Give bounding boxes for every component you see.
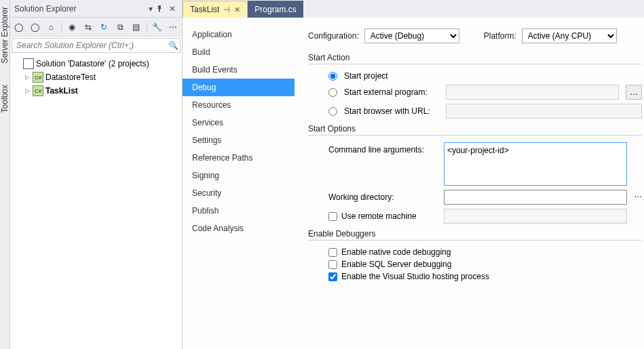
side-tab-toolbox[interactable]: Toolbox [0, 82, 10, 115]
back-icon[interactable]: ◯ [13, 21, 25, 33]
show-all-icon[interactable]: ▤ [130, 21, 143, 33]
forward-icon[interactable]: ◯ [29, 21, 41, 33]
tab-program-cs[interactable]: Program.cs [248, 1, 303, 18]
platform-label: Platform: [484, 31, 516, 41]
start-external-label: Start external program: [344, 87, 439, 97]
pin-icon[interactable] [156, 5, 167, 12]
nav-settings[interactable]: Settings [183, 131, 295, 149]
nav-application[interactable]: Application [183, 26, 295, 43]
hosting-row: Enable the Visual Studio hosting process [328, 272, 642, 281]
more-icon[interactable]: ⋯ [167, 21, 179, 33]
pin-icon[interactable]: ⊣ [223, 5, 230, 14]
property-nav: Application Build Build Events Debug Res… [183, 18, 295, 349]
nav-debug[interactable]: Debug [183, 79, 295, 96]
configuration-select[interactable]: Active (Debug) [364, 28, 459, 43]
sync-icon[interactable]: ⇆ [82, 21, 94, 33]
search-box[interactable]: 🔍 [12, 38, 181, 53]
chevron-right-icon[interactable]: ▷ [24, 74, 31, 81]
panel-title-text: Solution Explorer [14, 4, 145, 14]
workdir-input[interactable] [444, 190, 627, 205]
browser-url-input[interactable] [446, 104, 642, 119]
browse-button[interactable]: … [634, 190, 642, 199]
main-area: TaskList ⊣ ✕ Program.cs Application Buil… [183, 0, 644, 349]
properties-icon[interactable]: 🔧 [151, 21, 164, 33]
native-debug-label: Enable native code debugging [341, 247, 451, 257]
sql-debug-checkbox[interactable] [328, 260, 337, 269]
start-external-radio[interactable] [328, 88, 337, 97]
project-node[interactable]: ▷ C# DatastoreTest [12, 70, 181, 84]
project-node[interactable]: ▷ C# TaskList [12, 84, 181, 98]
start-options-heading: Start Options [308, 124, 642, 136]
start-browser-radio[interactable] [328, 107, 337, 116]
nav-resources[interactable]: Resources [183, 96, 295, 114]
nav-code-analysis[interactable]: Code Analysis [183, 220, 295, 237]
start-action-heading: Start Action [308, 53, 642, 64]
close-icon[interactable]: ✕ [167, 4, 178, 14]
home-icon[interactable]: ⌂ [45, 21, 57, 33]
hosting-label: Enable the Visual Studio hosting process [341, 272, 489, 281]
close-icon[interactable]: ✕ [234, 5, 240, 14]
config-row: Configuration: Active (Debug) Platform: … [308, 28, 642, 43]
nav-build[interactable]: Build [183, 43, 295, 61]
browse-button[interactable]: … [626, 85, 642, 100]
nav-services[interactable]: Services [183, 114, 295, 131]
workdir-row: Working directory: … [328, 190, 642, 205]
start-project-radio[interactable] [328, 72, 337, 81]
nav-security[interactable]: Security [183, 184, 295, 202]
platform-select[interactable]: Active (Any CPU) [522, 28, 617, 43]
explorer-toolbar: ◯ ◯ ⌂ ◉ ⇆ ↻ ⧉ ▤ 🔧 ⋯ [10, 18, 182, 37]
csharp-project-icon: C# [33, 72, 43, 83]
tab-label: TaskList [190, 5, 219, 14]
solution-label: Solution 'Datastore' (2 projects) [36, 59, 149, 68]
dropdown-icon[interactable]: ▾ [145, 4, 156, 14]
start-browser-label: Start browser with URL: [344, 106, 439, 116]
collapse-icon[interactable]: ⧉ [114, 21, 126, 33]
start-project-row: Start project [328, 71, 642, 81]
side-tool-strip: Server Explorer Toolbox [0, 0, 10, 349]
sql-debug-row: Enable SQL Server debugging [328, 260, 642, 269]
hosting-checkbox[interactable] [328, 272, 337, 281]
csharp-project-icon: C# [33, 85, 43, 96]
project-label: DatastoreTest [45, 73, 96, 82]
solution-explorer-panel: Solution Explorer ▾ ✕ ◯ ◯ ⌂ ◉ ⇆ ↻ ⧉ ▤ 🔧 … [10, 0, 183, 349]
workdir-label: Working directory: [328, 190, 437, 202]
remote-checkbox[interactable] [328, 212, 337, 221]
solution-icon [23, 58, 34, 69]
remote-row: Use remote machine [328, 209, 642, 224]
separator [61, 22, 62, 33]
solution-node[interactable]: Solution 'Datastore' (2 projects) [12, 57, 181, 70]
side-tab-server-explorer[interactable]: Server Explorer [0, 4, 10, 66]
start-browser-row: Start browser with URL: [328, 104, 642, 119]
sql-debug-label: Enable SQL Server debugging [341, 260, 451, 269]
scope-icon[interactable]: ◉ [66, 21, 78, 33]
property-content: Configuration: Active (Debug) Platform: … [295, 18, 644, 349]
external-program-input[interactable] [446, 85, 619, 100]
cmd-args-row: Command line arguments: [328, 142, 642, 186]
tab-tasklist[interactable]: TaskList ⊣ ✕ [183, 1, 248, 18]
nav-publish[interactable]: Publish [183, 202, 295, 220]
tab-label: Program.cs [254, 5, 296, 14]
separator [147, 22, 147, 33]
search-icon[interactable]: 🔍 [166, 41, 180, 50]
start-project-label: Start project [344, 71, 388, 81]
remote-machine-input[interactable] [444, 209, 627, 224]
cmd-args-label: Command line arguments: [328, 142, 437, 155]
nav-build-events[interactable]: Build Events [183, 61, 295, 79]
nav-reference-paths[interactable]: Reference Paths [183, 149, 295, 167]
project-label: TaskList [45, 86, 78, 96]
start-external-row: Start external program: … [328, 85, 642, 100]
configuration-label: Configuration: [308, 31, 359, 41]
chevron-right-icon[interactable]: ▷ [24, 87, 31, 94]
debuggers-heading: Enable Debuggers [308, 229, 642, 241]
property-page: Application Build Build Events Debug Res… [183, 18, 644, 349]
refresh-icon[interactable]: ↻ [98, 21, 111, 33]
native-debug-checkbox[interactable] [328, 248, 337, 257]
cmd-args-input[interactable] [444, 142, 627, 186]
search-input[interactable] [12, 39, 166, 52]
solution-tree: Solution 'Datastore' (2 projects) ▷ C# D… [10, 54, 182, 349]
panel-title-bar: Solution Explorer ▾ ✕ [10, 0, 182, 18]
native-debug-row: Enable native code debugging [328, 247, 642, 257]
nav-signing[interactable]: Signing [183, 167, 295, 184]
remote-label: Use remote machine [341, 211, 417, 221]
document-tabs: TaskList ⊣ ✕ Program.cs [183, 0, 644, 18]
